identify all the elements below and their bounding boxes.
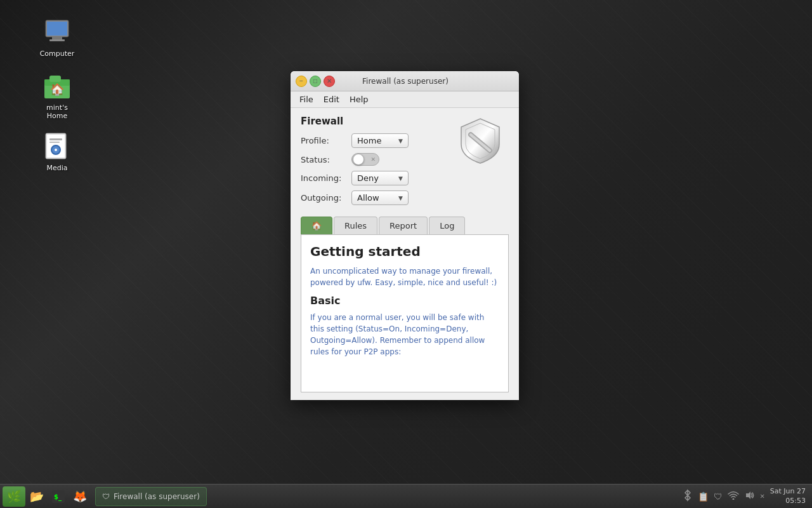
computer-icon (42, 17, 72, 47)
svg-point-16 (733, 498, 735, 500)
media-icon-label: Media (46, 164, 67, 172)
svg-rect-1 (47, 22, 67, 36)
svg-text:$_: $_ (54, 493, 62, 501)
taskbar-window-icon: 🛡 (102, 492, 110, 501)
taskbar-left: 🌿 📂 $_ 🦊 🛡 Firewall (as superuser) (0, 486, 207, 507)
shield-graphic (458, 116, 502, 168)
titlebar: − □ ✕ Firewall (as superuser) (291, 71, 519, 91)
clock-date: Sat Jun 27 (770, 487, 806, 496)
section-title: Firewall (301, 116, 409, 127)
close-button[interactable]: ✕ (324, 76, 335, 87)
tab-rules-label: Rules (344, 221, 367, 231)
desktop-icon-media[interactable]: Media (32, 127, 82, 176)
minimize-button[interactable]: − (296, 76, 307, 87)
content-heading-1: Getting started (310, 244, 499, 259)
toggle-knob (353, 154, 364, 165)
window-content: Firewall Profile: Home ▼ Status: (291, 108, 519, 400)
wifi-icon[interactable] (728, 491, 739, 502)
menubar: File Edit Help (291, 91, 519, 108)
menu-edit[interactable]: Edit (318, 93, 344, 106)
tab-rules[interactable]: Rules (334, 217, 377, 234)
bluetooth-icon[interactable] (683, 489, 693, 504)
menu-help[interactable]: Help (344, 93, 374, 106)
clock[interactable]: Sat Jun 27 05:53 (770, 487, 806, 505)
status-toggle[interactable]: ✕ (351, 153, 379, 166)
security-icon[interactable]: 🛡 (714, 491, 723, 502)
outgoing-dropdown[interactable]: Allow ▼ (351, 190, 409, 205)
file-manager-button[interactable]: 📂 (27, 486, 47, 507)
tab-home-icon: 🏠 (311, 221, 322, 231)
incoming-dropdown-arrow: ▼ (398, 175, 403, 182)
desktop: Computer 🏠 mint's Home Media (0, 0, 812, 508)
incoming-dropdown[interactable]: Deny ▼ (351, 171, 409, 185)
content-paragraph-1: An uncomplicated way to manage your fire… (310, 265, 499, 288)
svg-rect-3 (49, 39, 65, 41)
status-label: Status: (301, 155, 351, 164)
svg-rect-6 (49, 76, 61, 82)
software-button[interactable]: 🦊 (70, 486, 90, 507)
content-paragraph-2: If you are a normal user, you will be sa… (310, 312, 499, 358)
profile-dropdown-arrow: ▼ (398, 138, 403, 144)
svg-rect-11 (49, 142, 60, 143)
outgoing-row: Outgoing: Allow ▼ (301, 190, 409, 205)
media-icon (42, 131, 72, 161)
menu-file[interactable]: File (294, 93, 318, 106)
taskbar: 🌿 📂 $_ 🦊 🛡 Firewall (as superuser) (0, 484, 812, 508)
clock-time: 05:53 (770, 497, 806, 505)
profile-value: Home (357, 136, 381, 145)
computer-icon-label: Computer (40, 50, 75, 58)
profile-label: Profile: (301, 136, 351, 145)
tabs: 🏠 Rules Report Log (301, 217, 509, 235)
window-title: Firewall (as superuser) (335, 77, 476, 86)
content-panel[interactable]: Getting started An uncomplicated way to … (301, 235, 509, 392)
profile-row: Profile: Home ▼ (301, 133, 409, 148)
tab-log-label: Log (440, 221, 454, 231)
taskbar-right: 📋 🛡 ✕ Sat Jun 27 05:53 (683, 487, 812, 505)
outgoing-label: Outgoing: (301, 193, 351, 203)
toggle-x-icon: ✕ (370, 156, 376, 163)
titlebar-controls: − □ ✕ (296, 76, 335, 87)
taskbar-window-firewall[interactable]: 🛡 Firewall (as superuser) (95, 487, 207, 506)
tab-report[interactable]: Report (379, 217, 428, 234)
desktop-icon-computer[interactable]: Computer (32, 13, 82, 62)
outgoing-value: Allow (357, 193, 379, 203)
keyboard-mute-icon[interactable]: ✕ (759, 493, 764, 500)
incoming-value: Deny (357, 173, 379, 183)
incoming-row: Incoming: Deny ▼ (301, 171, 409, 185)
status-toggle-wrap: ✕ (351, 153, 379, 166)
outgoing-dropdown-arrow: ▼ (398, 195, 403, 201)
firewall-window: − □ ✕ Firewall (as superuser) File Edit … (291, 71, 519, 400)
clipboard-icon[interactable]: 📋 (698, 491, 709, 502)
terminal-button[interactable]: $_ (48, 486, 69, 507)
tab-report-label: Report (390, 221, 417, 231)
tab-home[interactable]: 🏠 (301, 217, 332, 234)
svg-rect-2 (52, 37, 62, 39)
home-icon: 🏠 (42, 70, 72, 101)
maximize-button[interactable]: □ (310, 76, 321, 87)
volume-icon[interactable] (744, 491, 754, 502)
home-icon-label: mint's Home (36, 104, 79, 120)
desktop-icon-home[interactable]: 🏠 mint's Home (32, 67, 82, 124)
taskbar-window-label: Firewall (as superuser) (114, 492, 200, 501)
status-row: Status: ✕ (301, 153, 409, 166)
profile-dropdown[interactable]: Home ▼ (351, 133, 409, 148)
mint-menu-button[interactable]: 🌿 (3, 486, 25, 507)
svg-point-13 (55, 149, 57, 151)
incoming-label: Incoming: (301, 173, 351, 183)
tab-log[interactable]: Log (429, 217, 465, 234)
svg-rect-10 (49, 138, 62, 140)
svg-text:🏠: 🏠 (50, 83, 65, 97)
content-heading-2: Basic (310, 295, 499, 307)
